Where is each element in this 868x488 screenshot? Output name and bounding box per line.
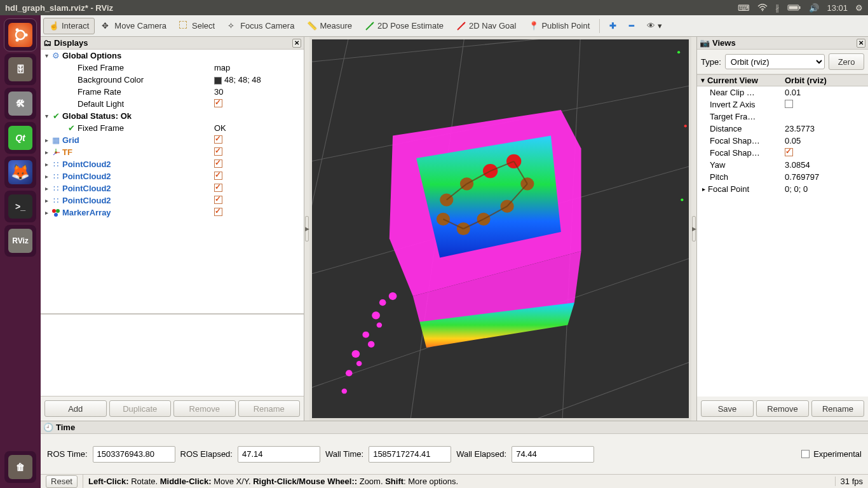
publish-point-icon: 📍 bbox=[529, 21, 539, 31]
svg-point-33 bbox=[351, 350, 360, 358]
view-type-select[interactable]: Orbit (rviz) bbox=[725, 54, 825, 69]
launcher-trash[interactable]: 🗑 bbox=[4, 451, 36, 483]
experimental-checkbox[interactable]: Experimental bbox=[801, 449, 862, 459]
svg-point-36 bbox=[379, 299, 386, 306]
rviz-window: ☝ Interact ✥ Move Camera Select ✧ Focus … bbox=[41, 15, 868, 488]
wall-elapsed-field[interactable] bbox=[512, 446, 594, 463]
remove-view-button[interactable]: Remove bbox=[756, 400, 809, 417]
displays-close-button[interactable]: ✕ bbox=[292, 39, 301, 48]
tree-item[interactable]: ✔Fixed FrameOK bbox=[41, 122, 304, 134]
displays-buttons: Add Duplicate Remove Rename bbox=[41, 396, 304, 421]
bluetooth-icon[interactable]: ∦ bbox=[775, 3, 780, 13]
focus-camera-icon: ✧ bbox=[227, 21, 238, 31]
views-property-row[interactable]: Near Clip …0.01 bbox=[697, 86, 868, 98]
move-camera-tool[interactable]: ✥ Move Camera bbox=[96, 18, 172, 34]
tree-item[interactable]: ▾✔Global Status: Ok bbox=[41, 110, 304, 122]
tree-item[interactable]: Fixed Framemap bbox=[41, 62, 304, 74]
displays-tree[interactable]: ▾⚙Global OptionsFixed FramemapBackground… bbox=[41, 50, 304, 314]
measure-tool[interactable]: 📏 Measure bbox=[301, 18, 358, 34]
tree-item[interactable]: Frame Rate30 bbox=[41, 86, 304, 98]
svg-point-0 bbox=[762, 10, 763, 11]
wall-elapsed-label: Wall Elapsed: bbox=[456, 449, 506, 459]
launcher-files[interactable]: 🗄 bbox=[4, 53, 36, 85]
publish-point-tool[interactable]: 📍 Publish Point bbox=[523, 18, 595, 34]
views-property-row[interactable]: Yaw3.0854 bbox=[697, 159, 868, 171]
save-view-button[interactable]: Save bbox=[701, 400, 754, 417]
svg-point-37 bbox=[389, 292, 397, 300]
wifi-icon[interactable] bbox=[757, 4, 768, 11]
clock-label[interactable]: 13:01 bbox=[827, 3, 848, 13]
views-property-row[interactable]: Focal Shap…0.05 bbox=[697, 135, 868, 147]
svg-point-59 bbox=[677, 51, 680, 53]
nav-goal-tool[interactable]: 2D Nav Goal bbox=[451, 18, 522, 34]
remove-display-tool[interactable]: ━ bbox=[623, 18, 640, 34]
status-help-text: Left-Click: Rotate. Middle-Click: Move X… bbox=[88, 477, 458, 486]
svg-point-40 bbox=[377, 322, 382, 327]
add-display-tool[interactable]: ✚ bbox=[604, 18, 622, 34]
right-splitter[interactable]: ▶ bbox=[691, 37, 696, 421]
select-tool[interactable]: Select bbox=[173, 18, 220, 34]
battery-icon[interactable] bbox=[787, 4, 801, 11]
launcher-terminal[interactable]: >_ bbox=[4, 191, 36, 222]
launcher-qt[interactable]: Qt bbox=[4, 122, 36, 154]
svg-line-23 bbox=[312, 348, 689, 418]
tree-item[interactable]: ▸MarkerArray bbox=[41, 207, 304, 219]
keyboard-icon[interactable]: ⌨ bbox=[738, 3, 750, 13]
tree-item[interactable]: Background Color48; 48; 48 bbox=[41, 74, 304, 86]
tree-item[interactable]: ▸TF bbox=[41, 146, 304, 158]
left-splitter[interactable]: ▶ bbox=[304, 37, 309, 421]
svg-point-32 bbox=[362, 332, 369, 338]
svg-point-18 bbox=[54, 213, 58, 217]
add-button[interactable]: Add bbox=[44, 400, 107, 417]
rviz-toolbar: ☝ Interact ✥ Move Camera Select ✧ Focus … bbox=[41, 15, 868, 37]
pose-estimate-tool[interactable]: 2D Pose Estimate bbox=[359, 18, 449, 34]
ros-time-field[interactable] bbox=[93, 446, 175, 463]
views-property-row[interactable]: Distance23.5773 bbox=[697, 123, 868, 135]
zero-button[interactable]: Zero bbox=[829, 53, 864, 70]
rename-button[interactable]: Rename bbox=[238, 400, 301, 417]
focus-camera-tool[interactable]: ✧ Focus Camera bbox=[222, 18, 300, 34]
duplicate-button[interactable]: Duplicate bbox=[109, 400, 172, 417]
visibility-tool[interactable]: 👁 ▾ bbox=[641, 18, 668, 34]
tree-item[interactable]: ▸∷PointCloud2 bbox=[41, 194, 304, 207]
reset-button[interactable]: Reset bbox=[46, 475, 78, 488]
ros-elapsed-label: ROS Elapsed: bbox=[180, 449, 233, 459]
launcher-firefox[interactable]: 🦊 bbox=[4, 156, 36, 188]
fps-label: 31 fps bbox=[835, 477, 863, 486]
views-property-row[interactable]: Target Fra… bbox=[697, 111, 868, 123]
tree-item[interactable]: ▾⚙Global Options bbox=[41, 50, 304, 62]
camera-icon: 📷 bbox=[700, 38, 710, 48]
ros-elapsed-field[interactable] bbox=[238, 446, 320, 463]
launcher-ubuntu[interactable] bbox=[4, 19, 36, 51]
tree-item[interactable]: ▸▦Grid bbox=[41, 134, 304, 146]
interact-tool[interactable]: ☝ Interact bbox=[43, 18, 95, 34]
views-property-row[interactable]: Pitch0.769797 bbox=[697, 171, 868, 183]
tree-item[interactable]: Default Light bbox=[41, 98, 304, 110]
views-property-row[interactable]: ▸Focal Point0; 0; 0 bbox=[697, 183, 868, 195]
views-close-button[interactable]: ✕ bbox=[857, 39, 865, 48]
remove-button[interactable]: Remove bbox=[173, 400, 236, 417]
tree-icon: 🗂 bbox=[43, 38, 51, 48]
views-header-row[interactable]: ▼ Current ViewOrbit (rviz) bbox=[697, 74, 868, 86]
views-tree[interactable]: ▼ Current ViewOrbit (rviz)Near Clip …0.0… bbox=[697, 74, 868, 396]
time-header[interactable]: 🕘Time bbox=[41, 421, 868, 434]
svg-point-16 bbox=[52, 209, 56, 213]
views-panel: 📷Views ✕ Type: Orbit (rviz) Zero ▼ Curre… bbox=[696, 37, 868, 421]
tree-item[interactable]: ▸∷PointCloud2 bbox=[41, 158, 304, 170]
views-header[interactable]: 📷Views ✕ bbox=[697, 37, 868, 50]
views-buttons: Save Remove Rename bbox=[697, 396, 868, 421]
gear-icon[interactable]: ⚙ bbox=[855, 3, 863, 13]
launcher-rviz[interactable]: RViz bbox=[4, 225, 36, 257]
wall-time-field[interactable] bbox=[369, 446, 451, 463]
views-property-row[interactable]: Invert Z Axis bbox=[697, 98, 868, 111]
window-title: hdl_graph_slam.rviz* - RViz bbox=[5, 3, 738, 13]
3d-viewport[interactable] bbox=[312, 39, 689, 418]
rename-view-button[interactable]: Rename bbox=[811, 400, 864, 417]
views-property-row[interactable]: Focal Shap… bbox=[697, 147, 868, 159]
volume-icon[interactable]: 🔊 bbox=[809, 3, 819, 13]
launcher-settings[interactable]: 🛠 bbox=[4, 88, 36, 119]
displays-header[interactable]: 🗂Displays ✕ bbox=[41, 37, 304, 50]
tree-item[interactable]: ▸∷PointCloud2 bbox=[41, 182, 304, 194]
tree-item[interactable]: ▸∷PointCloud2 bbox=[41, 170, 304, 182]
svg-point-7 bbox=[16, 39, 19, 42]
